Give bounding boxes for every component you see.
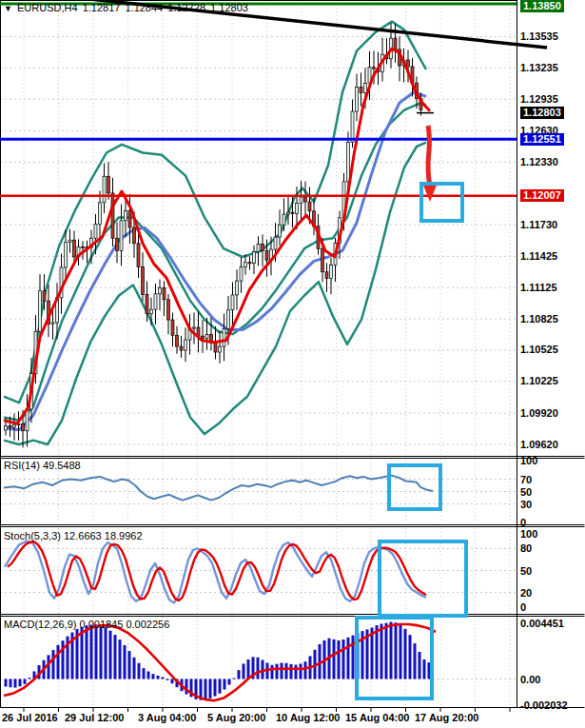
candle-body [128, 210, 131, 227]
candle-body [257, 245, 260, 252]
macd-histogram-bar [109, 631, 112, 679]
candle-body [5, 426, 8, 430]
candle-body [322, 248, 324, 271]
macd-histogram-bar [247, 659, 250, 679]
time-axis[interactable]: 26 Jul 201629 Jul 12:003 Aug 04:005 Aug … [0, 709, 585, 728]
macd-histogram-bar [333, 639, 336, 679]
macd-histogram-bar [233, 679, 236, 679]
macd-histogram-bar [342, 639, 345, 679]
price-axis-label: 1.09920 [520, 407, 558, 420]
macd-histogram-bar [290, 664, 293, 679]
candle-body [13, 424, 16, 427]
candle-body [248, 263, 251, 264]
price-axis-label: 1.13235 [520, 62, 558, 74]
macd-histogram-bar [19, 679, 22, 687]
price-axis-label: 1.13535 [520, 30, 558, 43]
candle-body [253, 252, 256, 264]
macd-histogram-bar [300, 663, 302, 679]
candle-body [364, 83, 367, 92]
macd-histogram-bar [262, 659, 264, 679]
candle-body [325, 272, 328, 279]
candle-body [120, 221, 123, 251]
price-axis-label: 1.09620 [520, 439, 558, 451]
candle-body [223, 328, 225, 346]
sell-arrow-shaft[interactable] [428, 126, 430, 187]
macd-histogram-bar [295, 665, 298, 679]
candle-body [240, 266, 243, 281]
price-axis-label: 1.12935 [520, 93, 558, 106]
candle-body [262, 245, 264, 251]
candle-body [287, 212, 290, 214]
candle-body [133, 227, 136, 244]
time-axis-label: 10 Aug 12:00 [276, 712, 340, 723]
candle-body [125, 210, 127, 220]
ohlc-close: 1.12803 [210, 2, 248, 13]
rsi-panel[interactable] [4, 476, 433, 501]
macd-histogram-bar [214, 679, 217, 697]
macd-histogram-bar [138, 663, 141, 679]
price-axis-label: 1.12803 [520, 107, 564, 119]
macd-histogram-bar [114, 635, 117, 679]
price-axis-label: 1.12007 [520, 189, 564, 202]
indicator-axis-label: 70 [520, 474, 532, 486]
time-axis-label: 17 Aug 20:00 [415, 712, 478, 723]
price-axis[interactable]: 1.138501.135351.132351.129351.128031.126… [519, 0, 585, 709]
candle-body [22, 423, 25, 430]
time-axis-label: 5 Aug 20:00 [207, 712, 265, 723]
macd-histogram-bar [147, 671, 150, 679]
stoch-label: Stoch(5,3,3) 12.6663 18.9962 [4, 530, 143, 541]
candle-body [103, 176, 106, 203]
stochastic-panel[interactable] [5, 541, 426, 603]
indicator-axis-label: 100 [520, 528, 537, 541]
candle-body [43, 291, 46, 302]
trading-chart-window: ▼ EURUSD,H4 1.12817 1.12844 1.12728 1.12… [0, 0, 585, 728]
time-axis-label: 26 Jul 2016 [2, 712, 58, 723]
indicator-axis-label: 50 [520, 565, 532, 578]
highlight-box-macd-box [355, 616, 434, 700]
price-axis-label: 1.10525 [520, 344, 558, 356]
candle-body [296, 203, 299, 213]
candle-body [193, 327, 196, 328]
main-price-panel[interactable] [4, 22, 434, 448]
candle-body [107, 176, 110, 193]
macd-histogram-bar [128, 651, 131, 679]
candle-body [82, 246, 85, 247]
macd-histogram-bar [100, 626, 103, 679]
chart-title[interactable]: ▼ EURUSD,H4 1.12817 1.12844 1.12728 1.12… [4, 2, 250, 13]
candle-body [304, 197, 307, 202]
candle-body [94, 225, 97, 239]
candle-body [154, 294, 157, 309]
time-axis-label: 15 Aug 04:00 [345, 712, 409, 723]
macd-histogram-bar [171, 679, 174, 684]
drawn-objects[interactable] [0, 0, 547, 202]
macd-histogram-bar [81, 627, 84, 679]
macd-histogram-bar [86, 625, 88, 679]
price-axis-label: 1.11730 [520, 219, 557, 231]
macd-histogram-bar [57, 645, 60, 679]
candle-body [291, 212, 294, 213]
indicator-axis-label: 0 [520, 601, 526, 614]
candle-body [150, 309, 153, 314]
candle-body [214, 343, 217, 352]
candle-body [116, 238, 119, 250]
price-axis-label: 1.11425 [520, 250, 557, 263]
ohlc-high: 1.12844 [125, 2, 163, 13]
macd-histogram-bar [276, 664, 279, 679]
macd-histogram-bar [281, 663, 283, 679]
macd-histogram-bar [105, 627, 107, 679]
rsi-line [4, 476, 433, 501]
candle-body [65, 243, 68, 267]
candle-body [99, 203, 102, 225]
indicator-axis-label: 20 [520, 587, 532, 600]
candle-body [39, 291, 42, 332]
symbol-dropdown-icon[interactable]: ▼ [4, 4, 12, 13]
indicator-axis-label: 100 [520, 455, 537, 467]
panel-borders [1, 0, 585, 712]
candle-body [163, 288, 166, 300]
candle-body [68, 240, 71, 242]
candle-body [180, 346, 183, 350]
macd-histogram-bar [238, 670, 241, 679]
macd-histogram-bar [243, 663, 245, 679]
macd-axis-label: 0.004451 [520, 618, 564, 630]
candle-body [9, 426, 11, 427]
